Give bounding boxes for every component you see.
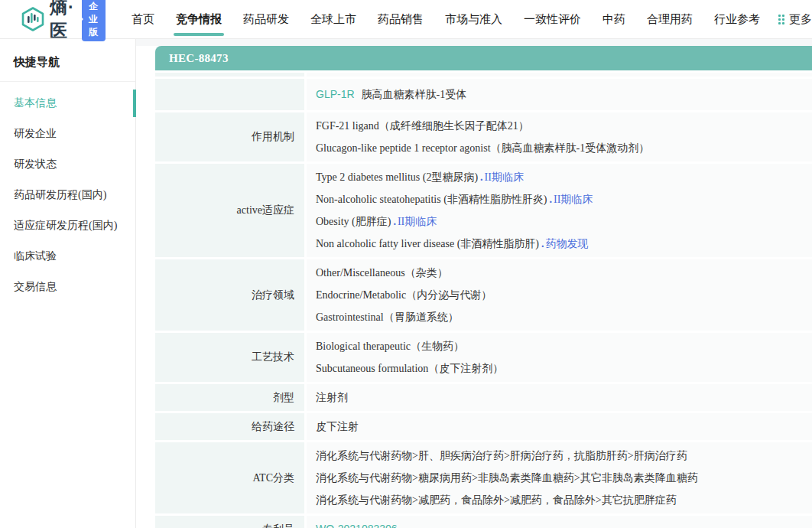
nav-more-button[interactable]: 更多 [778, 12, 812, 27]
row-label: active适应症 [155, 164, 304, 257]
row-label: 剂型 [155, 384, 304, 411]
grid-dots-icon [778, 15, 784, 24]
row-label: 工艺技术 [155, 333, 304, 382]
text-segment: 消化系统与代谢药物>糖尿病用药>非胰岛素类降血糖药>其它非胰岛素类降血糖药 [316, 472, 698, 484]
text-segment: Glucagon-like peptide 1 receptor agonist… [316, 142, 649, 154]
drug-name: HEC-88473 [169, 52, 229, 65]
nav-item[interactable]: 合理用药 [647, 0, 693, 38]
row-value: GLP-1R胰高血糖素样肽-1受体 [307, 79, 812, 110]
dot-separator: . [541, 238, 544, 249]
nav-item[interactable]: 中药 [603, 0, 625, 38]
sidebar-item[interactable]: 适应症研发历程(国内) [0, 210, 135, 241]
value-line: FGF-21 ligand（成纤维细胞生长因子配体21） [316, 115, 804, 137]
text-segment: Biological therapeutic（生物药） [316, 341, 464, 352]
row-value: 注射剂 [307, 384, 812, 411]
nav-item[interactable]: 药品研发 [243, 0, 289, 38]
sidebar-item[interactable]: 基本信息 [0, 88, 135, 119]
row-label [155, 79, 304, 110]
phase-link[interactable]: II期临床 [554, 194, 593, 205]
text-segment: Subcutaneous formulation（皮下注射剂） [316, 363, 503, 374]
nav-more-label: 更多 [789, 12, 812, 27]
text-segment: FGF-21 ligand（成纤维细胞生长因子配体21） [316, 120, 529, 132]
dot-separator: . [550, 194, 553, 205]
edition-badge: 企业版 [82, 0, 106, 41]
value-line: 消化系统与代谢药物>糖尿病用药>非胰岛素类降血糖药>其它非胰岛素类降血糖药 [316, 467, 804, 489]
row-value [307, 73, 812, 77]
row-value: 皮下注射 [307, 413, 812, 440]
value-line: Non-alcoholic steatohepatitis (非酒精性脂肪性肝炎… [316, 188, 804, 210]
value-line: 消化系统与代谢药物>肝、胆疾病治疗药>肝病治疗药，抗脂肪肝药>肝病治疗药 [316, 445, 804, 467]
row-value: FGF-21 ligand（成纤维细胞生长因子配体21）Glucagon-lik… [307, 112, 812, 161]
row-label: 治疗领域 [155, 259, 304, 331]
value-line: Non alcoholic fatty liver disease (非酒精性脂… [316, 233, 804, 255]
table-row: 给药途径皮下注射 [155, 413, 812, 440]
value-line: 注射剂 [316, 386, 804, 409]
sidebar-item[interactable]: 临床试验 [0, 241, 135, 272]
phase-link[interactable]: II期临床 [398, 216, 437, 227]
text-segment: Gastrointestinal（胃肠道系统） [316, 311, 459, 323]
text-segment: 胰高血糖素样肽-1受体 [362, 89, 467, 100]
row-value: Other/Miscellaneous（杂类）Endocrine/Metabol… [307, 259, 812, 331]
value-line: Gastrointestinal（胃肠道系统） [316, 306, 804, 328]
nav-item[interactable]: 首页 [132, 0, 154, 38]
table-row: 作用机制FGF-21 ligand（成纤维细胞生长因子配体21）Glucagon… [155, 112, 812, 161]
text-segment: Non alcoholic fatty liver disease (非酒精性脂… [316, 238, 539, 249]
nav-item[interactable]: 市场与准入 [445, 0, 502, 38]
row-label: 专利号 [155, 516, 304, 528]
target-link[interactable]: GLP-1R [316, 88, 355, 100]
text-segment: 皮下注射 [316, 421, 359, 432]
row-label: 给药途径 [155, 413, 304, 440]
table-row: 剂型注射剂 [155, 384, 812, 411]
dot-separator: . [393, 216, 396, 227]
text-segment: Type 2 diabetes mellitus (2型糖尿病) [316, 171, 478, 183]
sidebar-item[interactable]: 药品研发历程(国内) [0, 180, 135, 210]
nav-item[interactable]: 一致性评价 [524, 0, 581, 38]
nav-item[interactable]: 竞争情报 [176, 0, 222, 38]
drug-detail-table: GLP-1R胰高血糖素样肽-1受体作用机制FGF-21 ligand（成纤维细胞… [155, 73, 812, 528]
row-label: 作用机制 [155, 112, 304, 161]
quick-nav-sidebar: 快捷导航 基本信息研发企业研发状态药品研发历程(国内)适应症研发历程(国内)临床… [0, 39, 136, 528]
nav-item[interactable]: 行业参考 [714, 0, 760, 38]
text-segment: Non-alcoholic steatohepatitis (非酒精性脂肪性肝炎… [316, 194, 547, 205]
text-segment: Endocrine/Metabolic（内分泌与代谢） [316, 289, 492, 301]
nav-item[interactable]: 药品销售 [378, 0, 424, 38]
table-row: 专利号WO-2021083306 [155, 516, 812, 528]
text-segment: 消化系统与代谢药物>减肥药，食品除外>减肥药，食品除外>其它抗肥胖症药 [316, 494, 677, 506]
dot-separator: . [480, 171, 483, 183]
text-segment: 注射剂 [316, 392, 348, 403]
value-line: Other/Miscellaneous（杂类） [316, 262, 804, 284]
value-line: 皮下注射 [316, 416, 804, 438]
drug-title-bar: HEC-88473 [155, 46, 812, 70]
table-row [155, 73, 812, 77]
value-line: Endocrine/Metabolic（内分泌与代谢） [316, 284, 804, 306]
value-line: GLP-1R胰高血糖素样肽-1受体 [316, 83, 466, 106]
table-row: GLP-1R胰高血糖素样肽-1受体 [155, 79, 812, 110]
row-value: Biological therapeutic（生物药）Subcutaneous … [307, 333, 812, 382]
phase-link[interactable]: II期临床 [485, 171, 524, 183]
value-line: Biological therapeutic（生物药） [316, 335, 804, 357]
row-value: Type 2 diabetes mellitus (2型糖尿病).II期临床No… [307, 164, 812, 257]
nav-item[interactable]: 全球上市 [310, 0, 356, 38]
value-line: 消化系统与代谢药物>减肥药，食品除外>减肥药，食品除外>其它抗肥胖症药 [316, 489, 804, 511]
value-line: Type 2 diabetes mellitus (2型糖尿病).II期临床 [316, 166, 804, 188]
value-line: Subcutaneous formulation（皮下注射剂） [316, 357, 804, 380]
patent-link[interactable]: WO-2021083306 [316, 523, 398, 528]
top-nav: 摩熵·医药 企业版 首页竞争情报药品研发全球上市药品销售市场与准入一致性评价中药… [0, 0, 812, 39]
text-segment: Obesity (肥胖症) [316, 216, 391, 227]
row-label [155, 73, 304, 77]
brand-hexagon-icon [21, 7, 44, 31]
main-nav: 首页竞争情报药品研发全球上市药品销售市场与准入一致性评价中药合理用药行业参考 [132, 0, 760, 38]
text-segment: Other/Miscellaneous（杂类） [316, 267, 448, 279]
value-line: Obesity (肥胖症).II期临床 [316, 210, 804, 233]
sidebar-title: 快捷导航 [0, 39, 135, 82]
phase-link[interactable]: 药物发现 [545, 238, 588, 249]
value-line: Glucagon-like peptide 1 receptor agonist… [316, 137, 804, 159]
sidebar-list: 基本信息研发企业研发状态药品研发历程(国内)适应症研发历程(国内)临床试验交易信… [0, 82, 135, 302]
table-row: ATC分类消化系统与代谢药物>肝、胆疾病治疗药>肝病治疗药，抗脂肪肝药>肝病治疗… [155, 442, 812, 513]
sidebar-item[interactable]: 研发企业 [0, 119, 135, 149]
sidebar-item[interactable]: 研发状态 [0, 149, 135, 180]
text-segment: 消化系统与代谢药物>肝、胆疾病治疗药>肝病治疗药，抗脂肪肝药>肝病治疗药 [316, 450, 687, 461]
sidebar-item[interactable]: 交易信息 [0, 272, 135, 302]
value-line: WO-2021083306 [316, 518, 804, 528]
row-label: ATC分类 [155, 442, 304, 513]
